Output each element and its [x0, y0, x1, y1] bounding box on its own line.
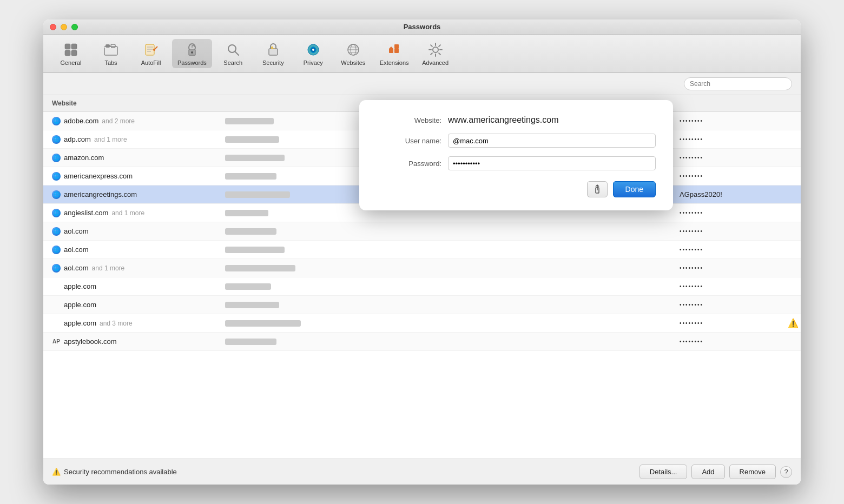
- websites-icon: [345, 41, 362, 58]
- toolbar-label-autofill: AutoFill: [141, 59, 161, 66]
- toolbar-item-security[interactable]: Security: [254, 39, 292, 68]
- minimize-button[interactable]: [61, 24, 67, 30]
- toolbar-item-passwords[interactable]: Passwords: [172, 39, 212, 68]
- svg-rect-3: [71, 50, 77, 56]
- svg-rect-6: [111, 44, 115, 48]
- security-icon: [265, 41, 282, 58]
- autofill-icon: [142, 41, 160, 58]
- tabs-icon: [102, 41, 120, 58]
- extensions-icon: [386, 41, 403, 58]
- svg-rect-2: [65, 50, 70, 56]
- passwords-icon: [183, 41, 201, 58]
- toolbar-label-general: General: [60, 59, 81, 66]
- svg-point-17: [191, 51, 193, 54]
- svg-point-38: [433, 47, 438, 52]
- share-button[interactable]: [587, 181, 608, 197]
- content-area: Website 🌐 adobe.com and 2 more •••••••• …: [43, 73, 801, 485]
- advanced-icon: [427, 41, 444, 58]
- maximize-button[interactable]: [71, 24, 78, 30]
- main-window: Passwords General: [43, 19, 801, 485]
- toolbar-item-search[interactable]: Search: [214, 39, 252, 68]
- toolbar-label-passwords: Passwords: [177, 59, 207, 66]
- privacy-icon: [305, 41, 322, 58]
- svg-point-14: [153, 49, 155, 51]
- modal-overlay: Website: www.americangreetings.com User …: [43, 73, 801, 485]
- done-button[interactable]: Done: [613, 181, 656, 197]
- traffic-lights: [50, 24, 78, 30]
- toolbar-item-privacy[interactable]: Privacy: [294, 39, 332, 68]
- general-icon: [62, 41, 80, 58]
- toolbar-item-advanced[interactable]: Advanced: [417, 39, 454, 68]
- toolbar-label-security: Security: [262, 59, 284, 66]
- toolbar-label-tabs: Tabs: [104, 59, 117, 66]
- svg-rect-1: [71, 44, 77, 49]
- svg-rect-36: [394, 49, 399, 53]
- modal-password-row: Password:: [377, 156, 656, 170]
- search-toolbar-icon: [225, 41, 242, 58]
- toolbar-item-autofill[interactable]: AutoFill: [132, 39, 170, 68]
- username-label: User name:: [377, 137, 441, 145]
- svg-rect-24: [271, 47, 273, 49]
- toolbar-label-advanced: Advanced: [422, 59, 449, 66]
- toolbar-label-extensions: Extensions: [380, 59, 409, 66]
- toolbar-label-websites: Websites: [341, 59, 365, 66]
- toolbar-item-extensions[interactable]: Extensions: [374, 39, 414, 68]
- svg-rect-9: [146, 44, 154, 55]
- title-bar: Passwords: [43, 19, 801, 35]
- svg-rect-5: [106, 44, 110, 48]
- toolbar-item-general[interactable]: General: [52, 39, 90, 68]
- close-button[interactable]: [50, 24, 56, 30]
- toolbar-label-search: Search: [223, 59, 242, 66]
- username-field[interactable]: [448, 134, 656, 148]
- toolbar-item-websites[interactable]: Websites: [334, 39, 372, 68]
- modal-actions: Done: [377, 181, 656, 197]
- svg-rect-34: [389, 49, 393, 53]
- window-title: Passwords: [404, 23, 441, 31]
- svg-line-22: [235, 51, 239, 55]
- svg-rect-35: [394, 44, 399, 49]
- modal-username-row: User name:: [377, 134, 656, 148]
- svg-rect-23: [269, 49, 278, 55]
- svg-marker-37: [389, 47, 393, 49]
- svg-rect-0: [65, 44, 70, 49]
- modal-website-row: Website: www.americangreetings.com: [377, 115, 656, 125]
- toolbar-label-privacy: Privacy: [304, 59, 323, 66]
- toolbar-item-tabs[interactable]: Tabs: [92, 39, 130, 68]
- password-label: Password:: [377, 160, 441, 168]
- password-field[interactable]: [448, 156, 656, 170]
- password-detail-modal: Website: www.americangreetings.com User …: [359, 100, 673, 210]
- website-label: Website:: [377, 116, 441, 124]
- website-value: www.americangreetings.com: [448, 115, 559, 125]
- svg-point-28: [312, 49, 314, 51]
- toolbar: General Tabs: [43, 35, 801, 73]
